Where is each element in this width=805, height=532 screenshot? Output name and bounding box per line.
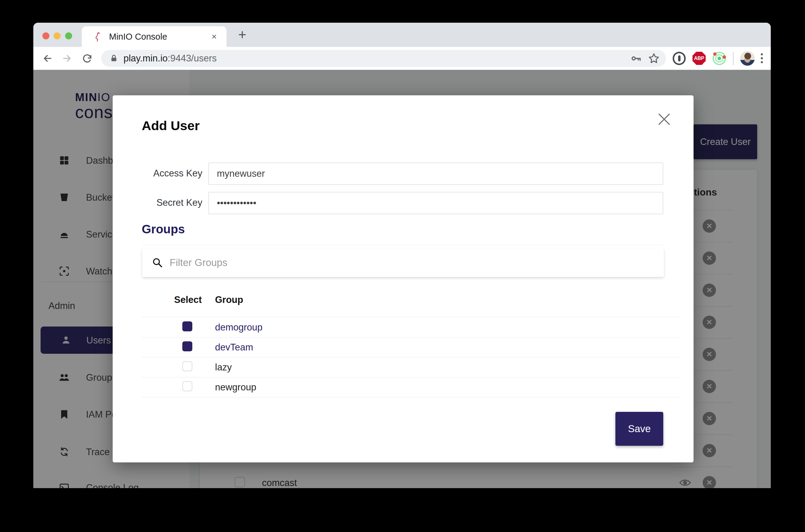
- window-minimize-button[interactable]: [54, 32, 60, 39]
- add-user-modal: Add User Access Key Secret Key Groups Se…: [113, 95, 694, 462]
- new-tab-button[interactable]: +: [235, 27, 250, 42]
- group-row-divider: [142, 317, 680, 317]
- browser-toolbar: play.min.io:9443/users ABP: [33, 47, 771, 70]
- url-text: play.min.io:9443/users: [124, 53, 217, 64]
- group-name-link[interactable]: newgroup: [215, 382, 256, 393]
- screenshot-canvas: MinIO Console × + play.min.io:9443/user: [0, 0, 805, 532]
- browser-tab[interactable]: MinIO Console ×: [82, 26, 226, 47]
- profile-avatar[interactable]: [740, 51, 755, 66]
- window-zoom-button[interactable]: [65, 32, 72, 39]
- browser-menu-icon[interactable]: [761, 53, 763, 63]
- orange-dot: [713, 52, 717, 56]
- group-row-divider: [142, 377, 680, 377]
- group-checkbox[interactable]: [182, 321, 192, 331]
- url-bar[interactable]: play.min.io:9443/users: [101, 50, 666, 67]
- toolbar-divider: [733, 52, 733, 65]
- group-checkbox[interactable]: [182, 341, 192, 352]
- group-name-link[interactable]: devTeam: [215, 342, 253, 353]
- reload-icon[interactable]: [81, 52, 93, 64]
- access-key-field[interactable]: [208, 163, 663, 185]
- ring-core: [717, 57, 721, 60]
- lock-icon: [110, 54, 118, 63]
- password-manager-extension-icon[interactable]: [673, 52, 686, 65]
- back-icon[interactable]: [41, 52, 53, 64]
- group-checkbox[interactable]: [182, 361, 192, 371]
- url-domain: play.min.io: [124, 53, 168, 63]
- green-extension-icon[interactable]: [712, 52, 726, 65]
- group-name-link[interactable]: lazy: [215, 362, 232, 373]
- group-name-link[interactable]: demogroup: [215, 322, 262, 333]
- flamingo-favicon-icon: [93, 32, 103, 42]
- save-button[interactable]: Save: [616, 412, 663, 446]
- modal-close-icon[interactable]: [657, 112, 672, 127]
- tab-close-icon[interactable]: ×: [209, 32, 219, 42]
- group-row-divider: [142, 397, 680, 397]
- modal-title: Add User: [142, 118, 200, 133]
- group-row-divider: [142, 357, 680, 357]
- window-close-button[interactable]: [42, 32, 49, 39]
- filter-groups-box: [142, 248, 664, 277]
- tab-strip: MinIO Console × +: [33, 23, 771, 47]
- access-key-label: Access Key: [113, 168, 202, 179]
- secret-key-field[interactable]: [208, 192, 663, 214]
- bookmark-star-icon[interactable]: [648, 52, 660, 64]
- tab-title: MinIO Console: [109, 32, 167, 42]
- search-icon: [152, 257, 163, 268]
- secret-key-label: Secret Key: [113, 197, 202, 208]
- password-key-icon[interactable]: [630, 52, 642, 64]
- orange-dot: [722, 55, 726, 59]
- group-column-header: Group: [215, 294, 243, 305]
- browser-window: MinIO Console × + play.min.io:9443/user: [33, 23, 771, 488]
- page-viewport: MINIO console Dashboard Buckets: [33, 70, 771, 488]
- filter-groups-input[interactable]: [170, 257, 664, 268]
- adblock-extension-icon[interactable]: ABP: [692, 52, 706, 65]
- group-checkbox[interactable]: [182, 381, 192, 391]
- forward-icon[interactable]: [61, 52, 73, 64]
- select-column-header: Select: [174, 294, 202, 305]
- groups-heading: Groups: [142, 223, 185, 236]
- url-path: :9443/users: [168, 53, 217, 63]
